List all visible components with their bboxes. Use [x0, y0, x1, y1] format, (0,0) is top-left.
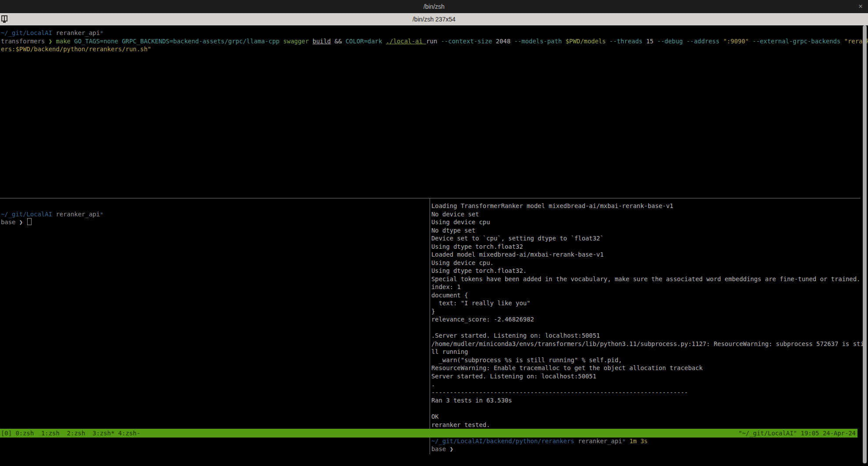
terminal: ~/_git/LocalAI reranker_api* transformer… — [0, 25, 868, 466]
input-line: base ❯ — [431, 445, 865, 453]
window-title: /bin/zsh — [423, 3, 445, 10]
window-title-bar[interactable]: /bin/zsh × — [0, 0, 868, 13]
tmux-status-bar[interactable]: [0] 0:zsh 1:zsh 2:zsh 3:zsh* 4:zsh- "~/_… — [0, 429, 857, 438]
scrollbar-thumb[interactable] — [863, 25, 867, 463]
prompt-line: ~/_git/LocalAI reranker_api* — [1, 210, 422, 219]
tab-title: /bin/zsh 237x54 — [413, 16, 455, 23]
tmux-horizontal-divider[interactable] — [0, 198, 860, 198]
output-lines: Loading TransformerRanker model mixedbre… — [431, 202, 865, 437]
terminal-cursor — [27, 218, 32, 225]
tmux-pane-bottom-right[interactable]: Loading TransformerRanker model mixedbre… — [431, 202, 865, 453]
tabbed-grid-icon — [1, 15, 9, 23]
tmux-window-list[interactable]: [0] 0:zsh 1:zsh 2:zsh 3:zsh* 4:zsh- — [0, 429, 140, 438]
command-line-wrap: ers:$PWD/backend/python/rerankers/run.sh… — [1, 45, 862, 53]
tmux-vertical-divider[interactable] — [430, 198, 430, 454]
tab-bar[interactable]: /bin/zsh 237x54 — [0, 13, 868, 25]
close-icon[interactable]: × — [858, 0, 863, 13]
input-line: base ❯ — [1, 218, 422, 226]
tmux-pane-bottom-left[interactable]: ~/_git/LocalAI reranker_api* base ❯ — [1, 202, 422, 226]
tmux-status-right: "~/_git/LocalAI" 19:05 24-Apr-24 — [738, 429, 857, 438]
prompt-line: ~/_git/LocalAI reranker_api* — [1, 29, 862, 37]
blank-line — [1, 202, 422, 210]
tmux-pane-top[interactable]: ~/_git/LocalAI reranker_api* transformer… — [1, 29, 862, 53]
command-line: transformers ❯ make GO_TAGS=none GRPC_BA… — [1, 37, 862, 46]
prompt-line: ~/_git/LocalAI/backend/python/rerankers … — [431, 437, 865, 445]
